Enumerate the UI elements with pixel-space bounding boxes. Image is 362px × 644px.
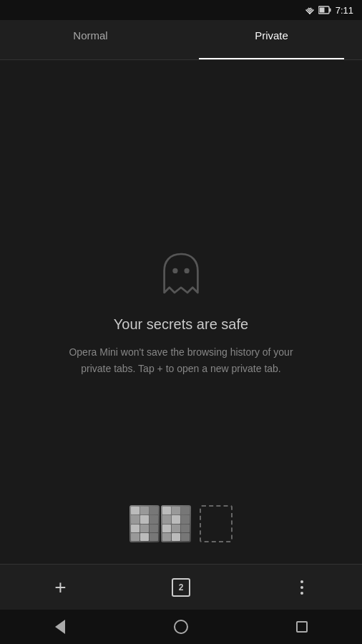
- bottom-toolbar: + 2: [0, 564, 362, 610]
- thumbnail-2[interactable]: [161, 505, 191, 542]
- more-dots-icon: [300, 580, 303, 595]
- tab-normal-label: Normal: [73, 29, 107, 42]
- dot-1: [300, 580, 303, 583]
- plus-icon: +: [54, 577, 66, 597]
- private-title: Your secrets are safe: [114, 316, 248, 333]
- svg-point-7: [172, 268, 177, 273]
- android-nav-bar: [0, 610, 362, 644]
- add-tab-placeholder[interactable]: [200, 505, 233, 542]
- private-description: Opera Mini won't save the browsing histo…: [67, 344, 295, 376]
- ghost-icon: [155, 248, 207, 302]
- battery-icon: [318, 6, 331, 14]
- tab-bar: Normal Private: [0, 20, 362, 60]
- dot-2: [300, 586, 303, 589]
- add-tab-button[interactable]: +: [42, 570, 78, 605]
- more-options-button[interactable]: [284, 570, 320, 605]
- tab-count: 2: [179, 582, 184, 592]
- nav-home-button[interactable]: [163, 613, 199, 641]
- tab-private[interactable]: Private: [181, 20, 362, 59]
- main-content: Your secrets are safe Opera Mini won't s…: [0, 60, 362, 564]
- thumbnail-1[interactable]: [129, 505, 160, 542]
- home-icon: [174, 620, 188, 634]
- tab-count-box: 2: [172, 578, 190, 597]
- nav-back-button[interactable]: [42, 613, 78, 641]
- dot-3: [300, 592, 303, 595]
- svg-rect-6: [319, 8, 324, 13]
- svg-point-8: [185, 268, 190, 273]
- thumbnails-area: [0, 505, 362, 542]
- status-icons: [304, 6, 331, 14]
- thumbnail-group: [129, 505, 191, 542]
- recents-icon: [296, 621, 308, 633]
- wifi-icon: [304, 6, 315, 14]
- tab-private-label: Private: [255, 29, 288, 42]
- status-time: 7:11: [336, 5, 353, 16]
- nav-recents-button[interactable]: [284, 613, 320, 641]
- tab-switcher-button[interactable]: 2: [163, 570, 199, 605]
- svg-rect-5: [329, 9, 331, 12]
- tab-normal[interactable]: Normal: [0, 20, 181, 59]
- status-bar: 7:11: [0, 0, 362, 20]
- svg-point-3: [309, 13, 310, 14]
- back-icon: [55, 620, 65, 634]
